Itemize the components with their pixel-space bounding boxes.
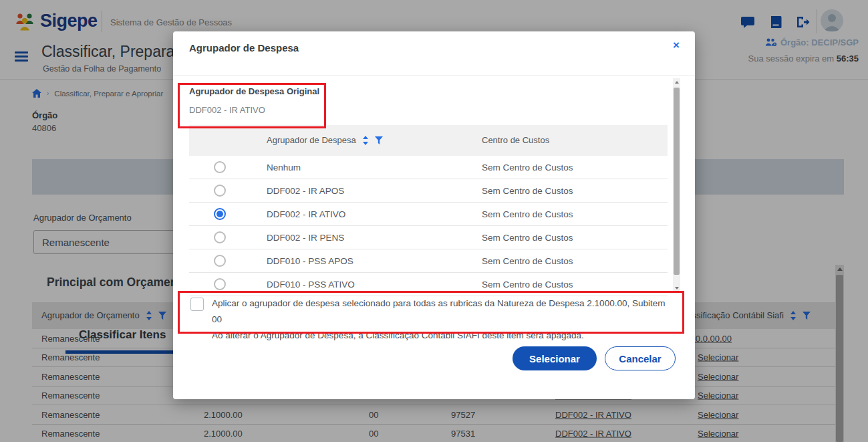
apply-notice-text: Aplicar o agrupador de despesa seleciona… (212, 296, 673, 344)
radio-button-selected[interactable] (214, 208, 226, 220)
col-header-agrupador-despesa[interactable]: Agrupador de Despesa (267, 135, 383, 145)
agrupador-despesa-modal: Agrupador de Despesa × Agrupador de Desp… (173, 31, 695, 399)
centro-custos-value: Sem Centro de Custos (482, 256, 573, 266)
col-header-centro-custos: Centro de Custos (482, 135, 549, 145)
list-item[interactable]: DDF010 - PSS ATIVO Sem Centro de Custos (189, 273, 668, 296)
modal-scrollbar[interactable] (673, 78, 680, 292)
cancelar-button[interactable]: Cancelar (605, 346, 676, 370)
list-item[interactable]: DDF010 - PSS APOS Sem Centro de Custos (189, 249, 668, 273)
centro-custos-value: Sem Centro de Custos (482, 162, 573, 173)
apply-to-all-checkbox[interactable] (190, 298, 204, 311)
centro-custos-value: Sem Centro de Custos (482, 186, 573, 196)
original-agrupador-label: Agrupador de Despesa Original (189, 86, 319, 96)
scrollbar-thumb[interactable] (674, 88, 680, 275)
agrupador-option-label: DDF002 - IR APOS (267, 186, 344, 196)
radio-button[interactable] (214, 185, 226, 197)
selecionar-button[interactable]: Selecionar (513, 346, 597, 370)
agrupador-option-label: DDF002 - IR ATIVO (267, 209, 345, 219)
modal-table-body: Nenhum Sem Centro de Custos DDF002 - IR … (189, 156, 668, 296)
radio-button[interactable] (214, 161, 226, 173)
sort-icon[interactable] (362, 136, 369, 145)
original-agrupador-value: DDF002 - IR ATIVO (189, 105, 265, 115)
modal-title: Agrupador de Despesa (189, 42, 299, 53)
close-icon[interactable]: × (673, 39, 680, 51)
centro-custos-value: Sem Centro de Custos (482, 280, 573, 290)
list-item[interactable]: DDF002 - IR ATIVO Sem Centro de Custos (189, 203, 668, 226)
list-item[interactable]: Nenhum Sem Centro de Custos (189, 156, 668, 179)
radio-button[interactable] (214, 278, 226, 290)
notice-line1: Aplicar o agrupador de despesa seleciona… (212, 296, 673, 328)
list-item[interactable]: DDF002 - IR APOS Sem Centro de Custos (189, 179, 668, 203)
list-item[interactable]: DDF002 - IR PENS Sem Centro de Custos (189, 226, 668, 249)
modal-header-divider (173, 75, 695, 76)
notice-line2: Ao alterar o Agrupador de Despesa, a Cla… (212, 328, 673, 344)
centro-custos-value: Sem Centro de Custos (482, 233, 573, 243)
filter-icon[interactable] (375, 136, 383, 144)
agrupador-option-label: DDF002 - IR PENS (267, 233, 344, 243)
screen: Sigepe Sistema de Gestão de Pessoas Clas… (0, 0, 868, 442)
scroll-up-button[interactable] (673, 78, 680, 86)
agrupador-option-label: Nenhum (267, 162, 301, 173)
radio-button[interactable] (214, 231, 226, 243)
scroll-down-button[interactable] (673, 284, 680, 292)
agrupador-option-label: DDF010 - PSS ATIVO (267, 280, 355, 290)
centro-custos-value: Sem Centro de Custos (482, 209, 573, 219)
agrupador-option-label: DDF010 - PSS APOS (267, 256, 353, 266)
radio-button[interactable] (214, 255, 226, 267)
modal-table-header: Agrupador de Despesa Centro de Custos (189, 125, 668, 156)
